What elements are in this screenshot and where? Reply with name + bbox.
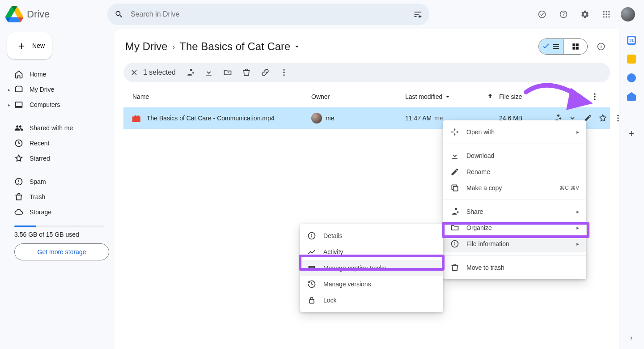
svg-point-15 [18, 183, 19, 184]
tasks-app-icon[interactable] [627, 73, 636, 82]
table-header: Name Owner Last modified File size [123, 86, 610, 107]
people-icon [14, 123, 23, 132]
svg-point-3 [603, 11, 605, 13]
computer-icon [14, 100, 23, 109]
expand-icon[interactable]: ▸ [8, 87, 10, 92]
grid-view-button[interactable] [563, 39, 587, 54]
search-icon [114, 10, 123, 19]
menu-organize[interactable]: Organize ▸ [443, 220, 586, 236]
sidebar-item-computers[interactable]: ▸ Computers [7, 98, 109, 112]
file-modified: 11:47 AM [405, 115, 432, 122]
sidebar-item-spam[interactable]: Spam [7, 174, 109, 189]
column-owner[interactable]: Owner [311, 93, 405, 100]
svg-point-30 [311, 234, 312, 235]
submenu-activity[interactable]: Activity [300, 244, 443, 260]
sidebar-item-label: Trash [30, 193, 45, 200]
chevron-right-icon: ▸ [576, 241, 579, 247]
more-icon[interactable] [590, 92, 599, 101]
get-addons-button[interactable]: ＋ [627, 127, 636, 140]
expand-icon[interactable]: ▸ [8, 102, 10, 107]
settings-icon[interactable] [576, 5, 594, 23]
hide-panel-button[interactable]: › [630, 334, 632, 342]
apps-icon[interactable] [597, 5, 615, 23]
keep-app-icon[interactable] [627, 55, 636, 64]
file-modified-by: me [434, 115, 443, 122]
lock-icon [307, 296, 316, 305]
sidebar-item-starred[interactable]: Starred [7, 151, 109, 166]
menu-make-copy[interactable]: Make a copy ⌘C ⌘V [443, 180, 586, 196]
contacts-app-icon[interactable] [627, 92, 636, 101]
account-avatar[interactable] [619, 5, 637, 23]
open-with-icon [450, 128, 459, 136]
submenu-lock[interactable]: Lock [300, 292, 443, 308]
link-icon[interactable] [261, 68, 270, 77]
submenu-file-information: Details Activity CC Manage caption track… [300, 224, 443, 312]
breadcrumb-current[interactable]: The Basics of Cat Care [178, 38, 303, 55]
ready-offline-icon[interactable] [533, 5, 551, 23]
support-icon[interactable]: ? [555, 5, 572, 23]
breadcrumb-current-label: The Basics of Cat Care [179, 40, 290, 53]
info-icon [450, 239, 459, 248]
drive-logo[interactable]: Drive [5, 5, 104, 23]
sort-direction[interactable] [481, 93, 499, 101]
info-panel-button[interactable] [592, 38, 610, 55]
more-icon[interactable] [614, 114, 623, 123]
top-actions: ? [533, 5, 637, 23]
menu-open-with[interactable]: Open with ▸ [443, 124, 586, 140]
selection-bar: 1 selected [123, 63, 610, 82]
menu-file-information[interactable]: File information ▸ [443, 236, 586, 252]
cc-icon: CC [307, 264, 316, 272]
sidebar-item-label: My Drive [30, 86, 54, 93]
sidebar-item-label: Spam [30, 178, 46, 185]
sidebar-item-my-drive[interactable]: ▸ My Drive [7, 82, 109, 97]
svg-point-6 [603, 13, 605, 15]
activity-icon [307, 247, 316, 256]
column-size[interactable]: File size [499, 93, 553, 100]
info-icon [307, 231, 316, 240]
menu-rename[interactable]: Rename [443, 164, 586, 180]
get-storage-button[interactable]: Get more storage [14, 243, 109, 260]
svg-text:?: ? [562, 12, 565, 17]
sidebar-item-home[interactable]: Home [7, 67, 109, 81]
submenu-details[interactable]: Details [300, 228, 443, 244]
move-icon[interactable] [223, 68, 232, 77]
svg-point-11 [608, 16, 610, 17]
menu-download[interactable]: Download [443, 148, 586, 164]
svg-point-7 [606, 13, 607, 15]
sidebar-item-storage[interactable]: Storage [7, 205, 109, 219]
sidebar-item-shared[interactable]: Shared with me [7, 121, 109, 135]
search-input[interactable] [131, 10, 406, 18]
submenu-manage-versions[interactable]: Manage versions [300, 276, 443, 292]
svg-point-18 [283, 69, 284, 71]
file-name: The Basics of Cat Care - Communication.m… [147, 115, 275, 122]
calendar-app-icon[interactable]: 31 [627, 36, 636, 45]
column-modified[interactable]: Last modified [405, 93, 481, 100]
column-name[interactable]: Name [132, 93, 311, 100]
close-icon[interactable] [130, 68, 139, 77]
context-menu: Open with ▸ Download Rename Make a copy … [443, 120, 586, 279]
menu-share[interactable]: Share ▸ [443, 204, 586, 220]
list-view-button[interactable] [539, 39, 563, 54]
star-icon[interactable] [598, 114, 607, 123]
breadcrumb-root[interactable]: My Drive [123, 38, 169, 55]
sidebar-item-label: Shared with me [30, 124, 73, 132]
svg-point-5 [608, 11, 610, 13]
right-side-panel: 31 ＋ › [619, 29, 644, 349]
sidebar-item-label: Computers [30, 101, 60, 108]
submenu-manage-caption-tracks[interactable]: CC Manage caption tracks [300, 260, 443, 276]
chevron-right-icon: ▸ [576, 225, 579, 231]
new-button[interactable]: ＋ New [7, 32, 52, 59]
sidebar-item-label: Recent [30, 140, 49, 147]
more-icon[interactable] [280, 68, 288, 77]
sidebar-item-trash[interactable]: Trash [7, 190, 109, 204]
delete-icon[interactable] [242, 68, 251, 77]
sidebar-item-recent[interactable]: Recent [7, 136, 109, 150]
storage-text: 3.56 GB of 15 GB used [14, 231, 109, 238]
menu-move-to-trash[interactable]: Move to trash [443, 260, 586, 276]
sidebar: ＋ New Home ▸ My Drive ▸ Computers Shared… [0, 29, 114, 349]
download-icon[interactable] [204, 68, 213, 77]
search-bar[interactable] [107, 4, 429, 25]
svg-point-28 [454, 242, 455, 243]
share-icon[interactable] [186, 68, 195, 77]
tune-icon[interactable] [413, 10, 422, 19]
